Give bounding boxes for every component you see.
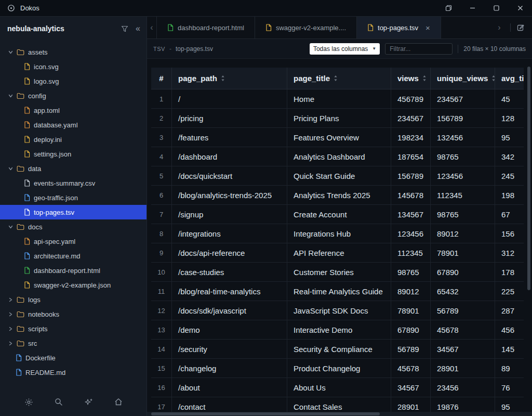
folder-icon — [17, 326, 24, 332]
table-cell: 9 — [151, 243, 172, 262]
table-cell: 67 — [495, 205, 524, 224]
tab-dashboard-report.html[interactable]: dashboard-report.html — [156, 17, 255, 38]
tabs-scroll-left-icon[interactable]: ‹ — [147, 17, 156, 38]
tree-folder-src[interactable]: src — [0, 336, 147, 350]
table-row[interactable]: 6/blog/analytics-trends-2025Analytics Tr… — [151, 186, 524, 205]
column-header-page_title[interactable]: page_title — [287, 68, 391, 89]
main-area: ‹ dashboard-report.htmlswagger-v2-exampl… — [147, 17, 532, 416]
tree-file-events-summary.csv[interactable]: events-summary.csv — [0, 176, 147, 190]
column-header-views[interactable]: views — [391, 68, 431, 89]
tab-label: top-pages.tsv — [378, 24, 418, 32]
table-cell: 56789 — [391, 340, 431, 358]
tree-file-settings.json[interactable]: settings.json — [0, 147, 147, 161]
chevron-right-icon — [6, 312, 15, 317]
tree-folder-assets[interactable]: assets — [0, 45, 147, 59]
tree-folder-config[interactable]: config — [0, 88, 147, 103]
maximize-icon[interactable] — [484, 0, 508, 16]
column-header-page_path[interactable]: page_path — [172, 68, 287, 89]
settings-icon[interactable] — [24, 398, 33, 407]
tree-file-dashboard-report.html[interactable]: dashboard-report.html — [0, 263, 147, 278]
table-cell: 456 — [495, 320, 524, 339]
tree-file-top-pages.tsv[interactable]: top-pages.tsv — [0, 205, 147, 219]
table-row[interactable]: 16/aboutAbout Us345672345676 — [151, 378, 524, 397]
table-row[interactable]: 14/securitySecurity & Compliance56789345… — [151, 340, 524, 359]
table-dimensions-status: 20 filas × 10 columnas — [463, 45, 526, 53]
file-icon — [24, 136, 30, 143]
close-icon[interactable] — [508, 0, 532, 16]
table-row[interactable]: 1/Home45678923456745 — [151, 89, 524, 109]
filter-input[interactable] — [385, 43, 453, 55]
file-icon — [24, 150, 30, 158]
table-cell: 6 — [151, 186, 172, 204]
file-icon — [24, 121, 30, 128]
tree-folder-notebooks[interactable]: notebooks — [0, 307, 147, 321]
tree-item-label: scripts — [28, 325, 48, 333]
tree-file-api-spec.yaml[interactable]: api-spec.yaml — [0, 234, 147, 249]
table-row[interactable]: 4/dashboardAnalytics Dashboard1876549876… — [151, 147, 524, 166]
tree-folder-scripts[interactable]: scripts — [0, 321, 147, 336]
folder-icon — [17, 296, 24, 303]
table-cell: /changelog — [172, 359, 287, 378]
tree-item-label: architecture.md — [34, 252, 81, 260]
columns-select[interactable]: Todas las columnas ▼ — [310, 43, 380, 55]
table-row[interactable]: 13/demoInteractive Demo6789045678456 — [151, 320, 524, 340]
breadcrumb-filename: top-pages.tsv — [176, 45, 213, 53]
columns-select-value: Todas las columnas — [313, 45, 368, 53]
collapse-sidebar-icon[interactable]: « — [136, 24, 139, 33]
table-cell: / — [172, 89, 287, 108]
table-cell: 28901 — [431, 359, 495, 378]
sort-icon — [491, 75, 495, 82]
tree-file-Dockerfile[interactable]: Dockerfile — [0, 350, 147, 365]
overlapping-windows-icon[interactable] — [436, 0, 460, 16]
tabs-scroll-right-icon[interactable]: › — [495, 23, 504, 32]
table-row[interactable]: 7/signupCreate Account1345679876567 — [151, 205, 524, 224]
chevron-down-icon — [6, 50, 15, 55]
table-cell: 225 — [495, 282, 524, 301]
table-row[interactable]: 11/blog/real-time-analyticsReal-time Ana… — [151, 282, 524, 301]
tree-file-app.toml[interactable]: app.toml — [0, 103, 147, 118]
tree-file-architecture.md[interactable]: architecture.md — [0, 249, 147, 263]
column-header-avg_tim[interactable]: avg_tim — [495, 68, 524, 89]
folder-icon — [17, 311, 24, 318]
table-cell: 34567 — [391, 378, 431, 397]
table-header-row: #page_pathpage_titleviewsunique_viewsavg… — [151, 68, 524, 89]
tab-top-pages.tsv[interactable]: top-pages.tsv× — [357, 17, 441, 38]
tree-file-README.md[interactable]: README.md — [0, 365, 147, 380]
assistant-sparkle-icon[interactable] — [84, 398, 93, 407]
table-cell: 245 — [495, 166, 524, 185]
table-row[interactable]: 15/changelogProduct Changelog45678289018… — [151, 359, 524, 378]
table-cell: 45678 — [431, 320, 495, 339]
tree-item-label: assets — [28, 48, 48, 56]
table-row[interactable]: 9/docs/api-referenceAPI Reference1123457… — [151, 243, 524, 263]
table-row[interactable]: 2/pricingPricing Plans234567156789128 — [151, 109, 524, 128]
search-icon[interactable] — [55, 398, 63, 406]
new-file-icon[interactable] — [517, 24, 525, 32]
tab-swagger-v2-example....[interactable]: swagger-v2-example.... — [255, 17, 357, 38]
tree-file-swagger-v2-example.json[interactable]: swagger-v2-example.json — [0, 278, 147, 292]
vertical-scrollbar[interactable] — [527, 67, 530, 290]
filter-icon[interactable] — [121, 25, 128, 32]
table-cell: 56789 — [431, 301, 495, 320]
column-header-label: unique_views — [437, 74, 488, 83]
table-cell: 67890 — [431, 263, 495, 281]
table-row[interactable]: 12/docs/sdk/javascriptJavaScript SDK Doc… — [151, 301, 524, 320]
tree-file-logo.svg[interactable]: logo.svg — [0, 74, 147, 88]
table-cell: 342 — [495, 147, 524, 166]
table-row[interactable]: 5/docs/quickstartQuick Start Guide156789… — [151, 166, 524, 186]
horizontal-scrollbar[interactable] — [151, 412, 380, 415]
table-row[interactable]: 10/case-studiesCustomer Stories987656789… — [151, 263, 524, 282]
tree-file-icon.svg[interactable]: icon.svg — [0, 59, 147, 74]
close-icon[interactable]: × — [425, 23, 430, 32]
tree-folder-data[interactable]: data — [0, 161, 147, 176]
tree-file-database.yaml[interactable]: database.yaml — [0, 118, 147, 132]
table-row[interactable]: 3/featuresFeatures Overview1982341324569… — [151, 128, 524, 147]
table-row[interactable]: 8/integrationsIntegrations Hub1234568901… — [151, 224, 524, 243]
table-cell: About Us — [287, 378, 391, 397]
minimize-icon[interactable] — [460, 0, 484, 16]
tree-file-geo-traffic.json[interactable]: geo-traffic.json — [0, 190, 147, 205]
tree-folder-docs[interactable]: docs — [0, 219, 147, 234]
column-header-unique_views[interactable]: unique_views — [431, 68, 495, 89]
home-icon[interactable] — [114, 398, 123, 406]
tree-folder-logs[interactable]: logs — [0, 292, 147, 307]
tree-file-deploy.ini[interactable]: deploy.ini — [0, 132, 147, 147]
